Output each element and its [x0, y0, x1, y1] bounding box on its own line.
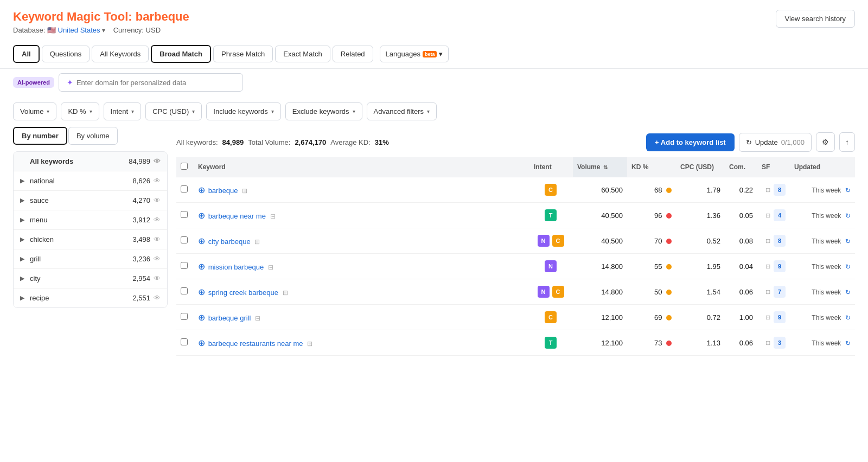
tab-all[interactable]: All [13, 45, 40, 63]
keyword-link-6[interactable]: barbeque restaurants near me [208, 339, 303, 348]
updated-label-6: This week [812, 339, 841, 347]
col-volume[interactable]: Volume ⇅ [573, 157, 627, 177]
update-refresh-icon-5[interactable]: ↻ [845, 314, 851, 322]
sidebar-eye-city[interactable]: 👁 [154, 274, 161, 283]
update-refresh-icon-2[interactable]: ↻ [845, 238, 851, 245]
sidebar-tab-by-volume[interactable]: By volume [68, 127, 118, 145]
sidebar-item-chicken[interactable]: ▶ chicken 3,498 👁 [14, 230, 167, 249]
keyword-link-4[interactable]: spring creek barbeque [208, 288, 278, 297]
update-refresh-icon-3[interactable]: ↻ [845, 263, 851, 271]
keyword-page-icon-6[interactable]: ⊟ [307, 340, 312, 348]
update-refresh-icon-0[interactable]: ↻ [845, 187, 851, 194]
keyword-link-0[interactable]: barbeque [208, 187, 238, 195]
sidebar-expand-grill[interactable]: ▶ [20, 255, 27, 262]
sparkle-icon: ✦ [67, 78, 73, 87]
sidebar-expand-city[interactable]: ▶ [20, 275, 27, 282]
sf-badge-4: 7 [774, 286, 786, 298]
keyword-page-icon-5[interactable]: ⊟ [255, 315, 260, 322]
update-refresh-icon-4[interactable]: ↻ [845, 288, 851, 296]
kd-dot-0 [666, 188, 672, 193]
sidebar-item-menu[interactable]: ▶ menu 3,912 👁 [14, 210, 167, 230]
update-refresh-icon-6[interactable]: ↻ [845, 339, 851, 347]
sidebar-all-eye-icon[interactable]: 👁 [154, 157, 161, 165]
view-history-button[interactable]: View search history [776, 10, 855, 28]
keyword-link-5[interactable]: barbeque grill [208, 314, 251, 322]
tab-questions[interactable]: Questions [42, 46, 90, 62]
settings-button[interactable]: ⚙ [816, 132, 835, 152]
row-checkbox-0[interactable] [181, 185, 188, 193]
update-button[interactable]: ↻ Update 0/1,000 [739, 133, 812, 152]
add-keyword-icon-1[interactable]: ⊕ [198, 211, 205, 220]
sidebar-eye-chicken[interactable]: 👁 [154, 235, 161, 243]
sf-badge-6: 3 [774, 337, 786, 349]
sidebar-eye-national[interactable]: 👁 [154, 177, 161, 185]
row-checkbox-4[interactable] [181, 287, 188, 294]
row-checkbox-1[interactable] [181, 211, 188, 218]
keyword-page-icon-2[interactable]: ⊟ [254, 238, 260, 246]
sidebar-item-national[interactable]: ▶ national 8,626 👁 [14, 171, 167, 191]
select-all-checkbox[interactable] [181, 163, 188, 170]
tab-broad-match[interactable]: Broad Match [151, 45, 211, 63]
intent-filter[interactable]: Intent ▾ [104, 102, 142, 120]
volume-filter[interactable]: Volume ▾ [13, 102, 56, 120]
serp-icon-4[interactable]: ⊡ [765, 288, 770, 295]
row-checkbox-6[interactable] [181, 338, 188, 345]
add-keyword-icon-0[interactable]: ⊕ [198, 185, 205, 195]
serp-icon-6[interactable]: ⊡ [765, 339, 770, 346]
cpc-cell-1: 1.36 [676, 203, 725, 228]
keyword-link-3[interactable]: mission barbeque [208, 263, 264, 271]
tab-related[interactable]: Related [333, 46, 373, 62]
serp-icon-5[interactable]: ⊡ [765, 314, 770, 320]
sidebar-eye-grill[interactable]: 👁 [154, 255, 161, 263]
row-checkbox-5[interactable] [181, 313, 188, 320]
serp-icon-1[interactable]: ⊡ [765, 212, 770, 219]
sidebar-item-all[interactable]: All keywords 84,989 👁 [14, 152, 167, 171]
languages-dropdown[interactable]: Languages beta ▾ [380, 46, 449, 62]
keyword-page-icon-3[interactable]: ⊟ [268, 264, 273, 271]
cpc-filter[interactable]: CPC (USD) ▾ [145, 102, 202, 120]
keyword-link-1[interactable]: barbeque near me [208, 212, 266, 220]
sidebar-tab-by-number[interactable]: By number [13, 127, 67, 145]
sidebar-expand-menu[interactable]: ▶ [20, 216, 27, 223]
keyword-page-icon-0[interactable]: ⊟ [242, 187, 247, 195]
exclude-keywords-filter[interactable]: Exclude keywords ▾ [285, 102, 362, 120]
sidebar-expand-recipe[interactable]: ▶ [20, 294, 27, 301]
keyword-link-2[interactable]: city barbeque [208, 238, 251, 246]
row-checkbox-3[interactable] [181, 262, 188, 269]
sidebar-item-grill[interactable]: ▶ grill 3,236 👁 [14, 249, 167, 269]
domain-input[interactable] [76, 79, 235, 87]
sidebar-eye-recipe[interactable]: 👁 [154, 294, 161, 302]
sidebar-expand-chicken[interactable]: ▶ [20, 236, 27, 243]
tab-all-keywords[interactable]: All Keywords [92, 46, 149, 62]
add-keyword-icon-6[interactable]: ⊕ [198, 338, 205, 348]
sidebar-item-city[interactable]: ▶ city 2,954 👁 [14, 269, 167, 288]
serp-icon-0[interactable]: ⊡ [765, 187, 770, 193]
add-to-keyword-list-button[interactable]: + Add to keyword list [646, 133, 735, 151]
advanced-filters[interactable]: Advanced filters ▾ [367, 102, 437, 120]
sidebar-expand-sauce[interactable]: ▶ [20, 197, 27, 204]
row-checkbox-2[interactable] [181, 236, 188, 243]
domain-input-wrapper[interactable]: ✦ [59, 73, 243, 92]
serp-icon-2[interactable]: ⊡ [765, 238, 770, 244]
sidebar-item-sauce[interactable]: ▶ sauce 4,270 👁 [14, 191, 167, 210]
tab-exact-match[interactable]: Exact Match [275, 46, 330, 62]
kd-filter[interactable]: KD % ▾ [61, 102, 99, 120]
export-button[interactable]: ↑ [839, 132, 855, 152]
sidebar-expand-national[interactable]: ▶ [20, 177, 27, 184]
add-keyword-icon-5[interactable]: ⊕ [198, 313, 205, 322]
keyword-page-icon-1[interactable]: ⊟ [270, 213, 276, 220]
keyword-page-icon-4[interactable]: ⊟ [283, 289, 288, 297]
avg-kd-label: Average KD: [330, 138, 370, 146]
sidebar-count-grill: 3,236 [132, 255, 150, 263]
include-keywords-filter[interactable]: Include keywords ▾ [206, 102, 280, 120]
tab-phrase-match[interactable]: Phrase Match [213, 46, 273, 62]
sidebar-item-recipe[interactable]: ▶ recipe 2,551 👁 [14, 288, 167, 307]
add-keyword-icon-4[interactable]: ⊕ [198, 287, 205, 297]
sidebar-eye-menu[interactable]: 👁 [154, 216, 161, 224]
database-link[interactable]: United States [58, 26, 100, 34]
add-keyword-icon-2[interactable]: ⊕ [198, 236, 205, 246]
add-keyword-icon-3[interactable]: ⊕ [198, 262, 205, 271]
sidebar-eye-sauce[interactable]: 👁 [154, 196, 161, 204]
serp-icon-3[interactable]: ⊡ [765, 263, 770, 270]
update-refresh-icon-1[interactable]: ↻ [845, 212, 851, 220]
